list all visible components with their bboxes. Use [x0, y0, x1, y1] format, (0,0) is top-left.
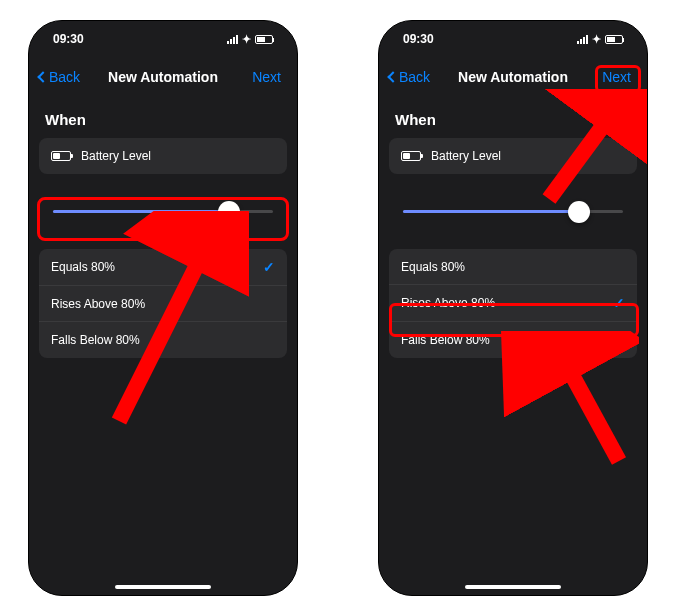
check-icon: ✓ — [613, 295, 625, 311]
slider-fill — [53, 210, 229, 213]
slider-track — [53, 210, 273, 213]
wifi-icon: ✦ — [592, 33, 601, 46]
next-label: Next — [602, 69, 631, 85]
section-when-header: When — [379, 97, 647, 138]
next-label: Next — [252, 69, 281, 85]
battery-level-icon — [401, 151, 421, 161]
back-label: Back — [399, 69, 430, 85]
option-falls-below[interactable]: Falls Below 80% — [39, 322, 287, 358]
slider-thumb[interactable] — [218, 201, 240, 223]
option-equals-label: Equals 80% — [401, 260, 465, 274]
battery-level-icon — [51, 151, 71, 161]
option-rises-above[interactable]: Rises Above 80% ✓ — [389, 285, 637, 322]
section-when-header: When — [29, 97, 297, 138]
phone-screen-left: 09:30 ✦ Back New Automation Next When Ba… — [28, 20, 298, 596]
page-title: New Automation — [458, 69, 568, 85]
check-icon: ✓ — [263, 259, 275, 275]
nav-bar: Back New Automation Next — [379, 57, 647, 97]
svg-line-5 — [559, 351, 619, 461]
option-rises-label: Rises Above 80% — [401, 296, 495, 310]
status-bar: 09:30 ✦ — [29, 21, 297, 57]
chevron-left-icon — [37, 71, 48, 82]
condition-options: Equals 80% Rises Above 80% ✓ Falls Below… — [389, 249, 637, 358]
signal-icon — [227, 35, 238, 44]
trigger-row-battery-level[interactable]: Battery Level — [389, 138, 637, 174]
back-button[interactable]: Back — [39, 69, 80, 85]
back-label: Back — [49, 69, 80, 85]
option-falls-label: Falls Below 80% — [401, 333, 490, 347]
option-rises-above[interactable]: Rises Above 80% — [39, 286, 287, 322]
battery-level-slider[interactable] — [39, 194, 287, 229]
slider-fill — [403, 210, 579, 213]
trigger-label: Battery Level — [431, 149, 501, 163]
option-falls-below[interactable]: Falls Below 80% — [389, 322, 637, 358]
wifi-icon: ✦ — [242, 33, 251, 46]
next-button[interactable]: Next — [596, 65, 637, 89]
status-indicators: ✦ — [227, 33, 273, 46]
condition-options: Equals 80% ✓ Rises Above 80% Falls Below… — [39, 249, 287, 358]
option-equals[interactable]: Equals 80% ✓ — [39, 249, 287, 286]
battery-icon — [255, 35, 273, 44]
nav-bar: Back New Automation Next — [29, 57, 297, 97]
trigger-row-battery-level[interactable]: Battery Level — [39, 138, 287, 174]
signal-icon — [577, 35, 588, 44]
back-button[interactable]: Back — [389, 69, 430, 85]
option-equals[interactable]: Equals 80% — [389, 249, 637, 285]
battery-level-slider[interactable] — [389, 194, 637, 229]
status-time: 09:30 — [403, 32, 434, 46]
page-title: New Automation — [108, 69, 218, 85]
status-indicators: ✦ — [577, 33, 623, 46]
status-time: 09:30 — [53, 32, 84, 46]
phone-screen-right: 09:30 ✦ Back New Automation Next When Ba… — [378, 20, 648, 596]
home-indicator[interactable] — [465, 585, 561, 589]
trigger-group: Battery Level — [389, 138, 637, 174]
slider-track — [403, 210, 623, 213]
chevron-left-icon — [387, 71, 398, 82]
trigger-group: Battery Level — [39, 138, 287, 174]
battery-icon — [605, 35, 623, 44]
option-equals-label: Equals 80% — [51, 260, 115, 274]
next-button[interactable]: Next — [246, 65, 287, 89]
option-rises-label: Rises Above 80% — [51, 297, 145, 311]
slider-thumb[interactable] — [568, 201, 590, 223]
trigger-label: Battery Level — [81, 149, 151, 163]
option-falls-label: Falls Below 80% — [51, 333, 140, 347]
home-indicator[interactable] — [115, 585, 211, 589]
status-bar: 09:30 ✦ — [379, 21, 647, 57]
